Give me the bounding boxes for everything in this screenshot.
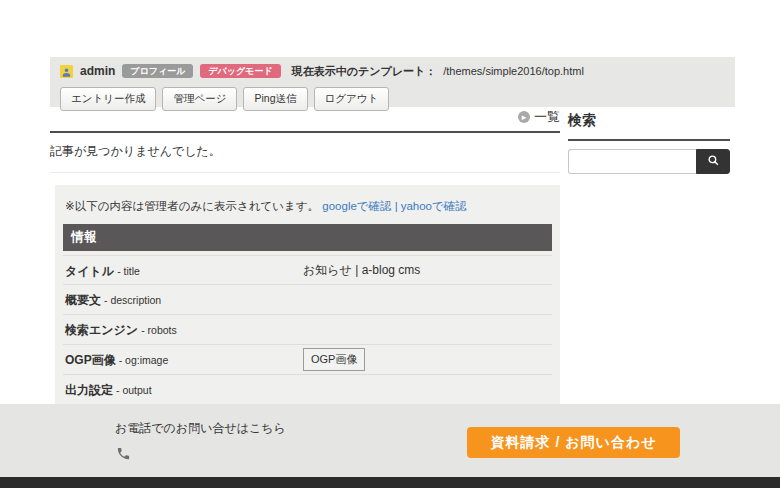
search-icon (707, 154, 720, 170)
link-separator: | (395, 200, 398, 212)
notice-text: ※以下の内容は管理者のみに表示されています。 (65, 200, 319, 212)
row-label: 概要文- description (65, 290, 303, 309)
username: admin (80, 64, 115, 78)
phone-contact-text: お電話でのお問い合せはこちら (115, 420, 286, 437)
template-label: 現在表示中のテンプレート： (292, 64, 437, 79)
row-value: お知らせ | a-blog cms (303, 262, 420, 279)
bottom-bar (0, 477, 780, 488)
table-row-output: 出力設定- output (63, 375, 552, 405)
row-value: OGP画像 (303, 348, 365, 371)
sidebar: 検索 (568, 112, 730, 174)
list-link[interactable]: 一覧 (534, 108, 560, 126)
search-input[interactable] (568, 149, 696, 174)
row-label: OGP画像- og:image (65, 350, 303, 369)
ogp-image-button[interactable]: OGP画像 (303, 348, 365, 371)
row-label: 検索エンジン- robots (65, 320, 303, 339)
contact-cta-button[interactable]: 資料請求 / お問い合わせ (467, 427, 680, 458)
admin-only-notice: ※以下の内容は管理者のみに表示されています。 googleで確認|yahooで確… (63, 193, 552, 224)
search-submit-button[interactable] (696, 149, 730, 174)
debug-mode-badge[interactable]: デバッグモード (200, 64, 280, 79)
admin-bar-status-row: admin プロフィール デバッグモード 現在表示中のテンプレート：/theme… (60, 62, 725, 80)
admin-bar: admin プロフィール デバッグモード 現在表示中のテンプレート：/theme… (50, 57, 735, 107)
search-form (568, 149, 730, 174)
list-link-row: ▸ 一覧 (50, 108, 560, 131)
meta-info-table: タイトル- title お知らせ | a-blog cms 概要文- descr… (63, 255, 552, 405)
user-avatar-icon (60, 65, 73, 78)
phone-icon (116, 446, 131, 465)
table-row-description: 概要文- description (63, 285, 552, 315)
table-row-robots: 検索エンジン- robots (63, 315, 552, 345)
empty-message: 記事が見つかりませんでした。 (50, 133, 560, 173)
table-row-ogimage: OGP画像- og:image OGP画像 (63, 345, 552, 375)
row-label: タイトル- title (65, 261, 303, 280)
admin-info-panel: ※以下の内容は管理者のみに表示されています。 googleで確認|yahooで確… (55, 185, 560, 413)
template-path: /themes/simple2016/top.html (443, 65, 584, 77)
main-column: ▸ 一覧 記事が見つかりませんでした。 ※以下の内容は管理者のみに表示されていま… (50, 108, 560, 413)
profile-badge[interactable]: プロフィール (122, 64, 193, 79)
search-section-title: 検索 (568, 112, 730, 141)
footer: お電話でのお問い合せはこちら 資料請求 / お問い合わせ (0, 404, 780, 477)
google-check-link[interactable]: googleで確認 (322, 200, 391, 212)
page: admin プロフィール デバッグモード 現在表示中のテンプレート：/theme… (0, 0, 780, 488)
row-label: 出力設定- output (65, 380, 303, 399)
circle-arrow-icon: ▸ (518, 111, 530, 123)
section-header-info: 情報 (63, 224, 552, 251)
table-row-title: タイトル- title お知らせ | a-blog cms (63, 255, 552, 285)
yahoo-check-link[interactable]: yahooで確認 (401, 200, 467, 212)
